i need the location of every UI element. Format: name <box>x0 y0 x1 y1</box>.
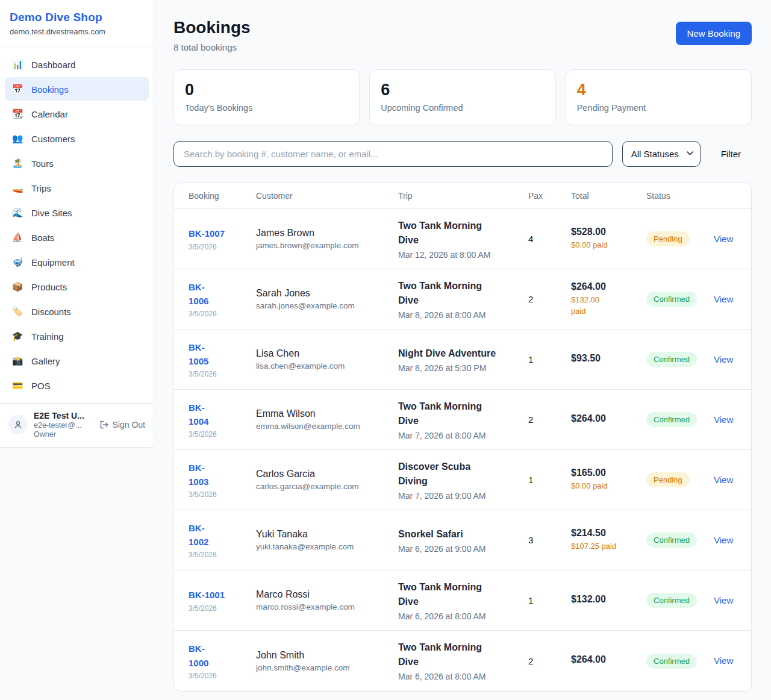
trip-cell: Two Tank Morning Dive Mar 6, 2026 at 8:0… <box>398 640 528 681</box>
nav-item-label: Dashboard <box>31 60 75 70</box>
view-link[interactable]: View <box>714 414 733 425</box>
view-link[interactable]: View <box>714 234 733 244</box>
customer-email: emma.wilson@example.com <box>256 422 392 431</box>
sign-out-button[interactable]: Sign Out <box>99 420 145 430</box>
paid-amount: $107.25 paid <box>571 541 640 552</box>
stat-value: 6 <box>381 81 544 99</box>
nav-item-label: Trips <box>31 183 51 193</box>
status-filter-wrap: All Statuses <box>622 141 701 167</box>
bookings-table: Booking Customer Trip Pax Total Status B… <box>173 183 752 692</box>
sidebar-nav-item[interactable]: 📸 Gallery <box>5 349 149 373</box>
total-bookings-count: 8 total bookings <box>173 42 251 52</box>
trip-name: Two Tank Morning Dive <box>398 580 522 609</box>
sidebar-nav-item[interactable]: 📆 Calendar <box>5 102 149 126</box>
column-header-trip: Trip <box>398 191 528 201</box>
nav-item-label: POS <box>31 381 51 391</box>
nav-item-icon: 🌊 <box>11 207 24 218</box>
trip-cell: Snorkel Safari Mar 6, 2026 at 9:00 AM <box>398 527 528 554</box>
sidebar-nav-item[interactable]: 📦 Products <box>5 275 149 299</box>
user-role: Owner <box>34 430 93 439</box>
page-title-block: Bookings 8 total bookings <box>173 18 251 52</box>
booking-date: 3/5/2026 <box>189 551 250 559</box>
nav-item-label: Equipment <box>31 257 75 267</box>
pax-cell: 1 <box>528 475 571 485</box>
view-link[interactable]: View <box>714 595 733 605</box>
status-cell: Confirmed <box>646 533 714 548</box>
booking-id-link[interactable]: BK- 1005 <box>189 340 250 369</box>
trip-datetime: Mar 7, 2026 at 9:00 AM <box>398 491 522 501</box>
customer-cell: Carlos Garcia carlos.garcia@example.com <box>256 469 398 491</box>
nav-item-label: Gallery <box>31 356 60 366</box>
avatar <box>8 415 28 434</box>
view-link[interactable]: View <box>714 475 733 485</box>
customer-name: James Brown <box>256 228 392 239</box>
actions-cell: View <box>714 294 739 305</box>
customer-email: james.brown@example.com <box>256 241 392 250</box>
total-amount: $165.00 <box>571 467 640 478</box>
sidebar-nav-item[interactable]: 📊 Dashboard <box>5 52 149 77</box>
booking-id-link[interactable]: BK-1007 <box>189 227 250 240</box>
paid-amount: $0.00 paid <box>571 240 640 251</box>
booking-id-link[interactable]: BK- 1000 <box>189 642 250 670</box>
sidebar-nav: 📊 Dashboard 📅 Bookings 📆 Calendar 👥 Cust… <box>0 46 154 399</box>
customer-name: Sarah Jones <box>256 288 392 299</box>
trip-name: Two Tank Morning Dive <box>398 640 522 669</box>
table-body: BK-1007 3/5/2026 James Brown james.brown… <box>174 209 751 691</box>
table-row: BK- 1000 3/5/2026 John Smith john.smith@… <box>174 631 751 691</box>
paid-amount: $0.00 paid <box>571 481 640 492</box>
trip-name: Snorkel Safari <box>398 527 522 542</box>
trip-cell: Two Tank Morning Dive Mar 6, 2026 at 8:0… <box>398 580 528 621</box>
view-link[interactable]: View <box>714 535 733 545</box>
sidebar-nav-item[interactable]: 💳 POS <box>5 373 149 398</box>
stats-cards: 0 Today's Bookings 6 Upcoming Confirmed … <box>173 69 752 125</box>
total-amount: $93.50 <box>571 353 640 364</box>
total-cell: $93.50 <box>571 353 646 366</box>
customer-email: carlos.garcia@example.com <box>256 482 392 491</box>
pax-cell: 2 <box>528 656 571 666</box>
search-input[interactable] <box>173 141 613 167</box>
sidebar-nav-item[interactable]: 👥 Customers <box>5 127 149 151</box>
view-link[interactable]: View <box>714 354 733 364</box>
booking-date: 3/5/2026 <box>189 490 250 499</box>
nav-item-icon: 🎓 <box>11 331 24 342</box>
actions-cell: View <box>714 414 739 425</box>
sidebar-nav-item[interactable]: 🤿 Equipment <box>5 250 149 274</box>
customer-cell: Emma Wilson emma.wilson@example.com <box>256 408 398 431</box>
sidebar-nav-item[interactable]: 🚤 Trips <box>5 176 149 200</box>
booking-date: 3/5/2026 <box>189 310 250 318</box>
booking-cell: BK-1001 3/5/2026 <box>189 588 256 612</box>
trip-name: Two Tank Morning Dive <box>398 279 522 308</box>
view-link[interactable]: View <box>714 294 733 304</box>
sidebar-nav-item[interactable]: 🌊 Dive Sites <box>5 201 149 225</box>
booking-id-link[interactable]: BK-1001 <box>189 588 250 602</box>
booking-id-link[interactable]: BK- 1003 <box>189 461 250 489</box>
sidebar-nav-item[interactable]: 📅 Bookings <box>5 77 149 101</box>
status-cell: Confirmed <box>646 352 714 367</box>
sidebar-nav-item[interactable]: ⛵ Boats <box>5 225 149 249</box>
booking-id-link[interactable]: BK- 1004 <box>189 401 250 429</box>
sidebar-user-footer: E2E Test U... e2e-tester@... Owner Sign … <box>0 403 154 447</box>
booking-cell: BK- 1000 3/5/2026 <box>189 642 256 680</box>
status-badge: Confirmed <box>646 533 697 548</box>
sidebar-nav-item[interactable]: 🎓 Training <box>5 324 149 348</box>
stat-value: 0 <box>185 81 348 99</box>
sidebar-header: Demo Dive Shop demo.test.divestreams.com <box>0 0 154 46</box>
nav-item-icon: 🚤 <box>11 183 24 193</box>
page-title: Bookings <box>173 18 251 37</box>
stat-label: Pending Payment <box>577 103 740 113</box>
booking-id-link[interactable]: BK- 1002 <box>189 521 250 549</box>
customer-name: Lisa Chen <box>256 348 392 359</box>
filter-button[interactable]: Filter <box>710 149 752 159</box>
nav-item-label: Calendar <box>31 109 68 119</box>
nav-item-icon: 🏷️ <box>11 306 24 317</box>
booking-id-link[interactable]: BK- 1006 <box>189 280 250 308</box>
status-filter-select[interactable]: All Statuses <box>622 141 701 167</box>
total-amount: $214.50 <box>571 528 640 539</box>
new-booking-button[interactable]: New Booking <box>676 22 752 45</box>
sign-out-label: Sign Out <box>113 420 145 430</box>
sidebar-nav-item[interactable]: 🏷️ Discounts <box>5 299 149 323</box>
pax-cell: 4 <box>528 234 571 244</box>
sidebar-nav-item[interactable]: 🏝️ Tours <box>5 151 149 175</box>
status-cell: Confirmed <box>646 292 714 307</box>
view-link[interactable]: View <box>714 655 733 666</box>
